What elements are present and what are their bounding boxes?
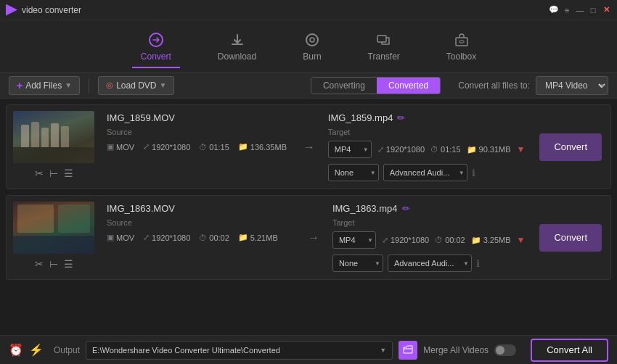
svg-rect-5	[459, 41, 464, 43]
target-warning-icon-1[interactable]: ▼	[517, 144, 526, 154]
nav-bar: Convert Download Burn Transfer	[0, 20, 617, 73]
audio-preset-select-2[interactable]: None	[332, 255, 383, 272]
tab-converting[interactable]: Converting	[311, 78, 377, 94]
nav-item-toolbox[interactable]: Toolbox	[438, 25, 485, 67]
add-files-button[interactable]: + Add Files ▼	[9, 76, 80, 95]
nav-item-download[interactable]: Download	[209, 25, 265, 67]
file-card-1: ✂ ⊢ ☰ IMG_1859.MOV Source ▣ MOV ⤢ 1920*1…	[6, 104, 611, 189]
source-duration-1: ⏱ 01:15	[199, 143, 229, 152]
target-warning-icon-2[interactable]: ▼	[517, 235, 526, 245]
audio-advanced-select-2[interactable]: Advanced Audi...	[388, 255, 472, 272]
edit-icon-2[interactable]: ✏	[402, 203, 410, 214]
dvd-icon: ◎	[106, 80, 113, 90]
nav-item-transfer[interactable]: Transfer	[359, 25, 409, 67]
target-size-2: 📁 3.25MB	[471, 236, 511, 245]
toolbar: + Add Files ▼ ◎ Load DVD ▼ Converting Co…	[0, 73, 617, 99]
convert-button-1[interactable]: Convert	[539, 133, 602, 161]
audio-row-2: None Advanced Audi... ℹ	[332, 255, 526, 272]
effects-icon-2[interactable]: ☰	[64, 258, 73, 270]
arrow-1: →	[296, 105, 322, 189]
title-bar-controls: 💬 ≡ — □ ✕	[549, 5, 611, 15]
target-filename-2: IMG_1863.mp4	[332, 203, 398, 214]
target-label-1: Target	[328, 128, 526, 136]
clock-icon-1: ⏱	[199, 143, 207, 152]
edit-icon-1[interactable]: ✏	[397, 112, 405, 123]
crop-icon-2[interactable]: ⊢	[49, 258, 58, 270]
output-path-wrap: E:\Wondershare Video Converter Ultimate\…	[86, 341, 393, 360]
nav-label-convert: Convert	[141, 51, 171, 62]
arrow-2: →	[301, 196, 327, 279]
nav-item-burn[interactable]: Burn	[294, 25, 330, 67]
thumb-section-2: ✂ ⊢ ☰	[7, 196, 101, 279]
target-section-2: IMG_1863.mp4 ✏ Target MP4 ⤢ 1920*1080 ⏱ …	[327, 196, 531, 279]
app-title: video converter	[22, 5, 81, 15]
format-select[interactable]: MP4 Video MKV Video AVI Video MOV Video	[536, 76, 608, 95]
open-folder-button[interactable]	[399, 341, 417, 360]
target-meta-row-2: MP4 ⤢ 1920*1080 ⏱ 00:02 📁 3.25MB ▼	[332, 231, 526, 249]
source-meta-2: ▣ MOV ⤢ 1920*1080 ⏱ 00:02 📁 5.21MB	[107, 233, 295, 242]
svg-rect-4	[456, 38, 467, 46]
cut-icon-1[interactable]: ✂	[35, 167, 44, 179]
nav-label-toolbox: Toolbox	[446, 51, 476, 62]
source-size-1: 📁 136.35MB	[238, 142, 287, 152]
target-duration-1: ⏱ 01:15	[430, 145, 461, 154]
merge-toggle[interactable]	[494, 344, 516, 356]
convert-btn-section-2: Convert	[531, 196, 610, 279]
chat-icon[interactable]: 💬	[549, 5, 559, 15]
convert-nav-icon	[147, 31, 165, 49]
close-button[interactable]: ✕	[601, 5, 611, 15]
convert-all-button[interactable]: Convert All	[531, 339, 608, 362]
target-size-1: 📁 90.31MB	[467, 145, 511, 154]
maximize-button[interactable]: □	[588, 5, 598, 15]
thumb-icons-1: ✂ ⊢ ☰	[35, 167, 73, 179]
target-resolution-2: ⤢ 1920*1080	[382, 236, 429, 245]
load-dvd-button[interactable]: ◎ Load DVD ▼	[98, 76, 174, 95]
audio-advanced-wrap-1: Advanced Audi...	[383, 164, 467, 181]
source-label-1: Source	[107, 128, 290, 136]
thumb-icons-2: ✂ ⊢ ☰	[35, 258, 73, 270]
minimize-button[interactable]: —	[575, 5, 585, 15]
thumbnail-1	[13, 111, 94, 163]
audio-row-1: None Advanced Audi... ℹ	[328, 164, 526, 181]
convert-button-2[interactable]: Convert	[539, 224, 602, 252]
source-meta-1: ▣ MOV ⤢ 1920*1080 ⏱ 01:15 📁 136.35MB	[107, 142, 290, 152]
title-bar: video converter 💬 ≡ — □ ✕	[0, 0, 617, 20]
plus-icon: +	[17, 80, 23, 91]
target-name-row-2: IMG_1863.mp4 ✏	[332, 203, 526, 214]
menu-icon[interactable]: ≡	[562, 5, 572, 15]
crop-icon-1[interactable]: ⊢	[49, 167, 58, 179]
info-icon-2[interactable]: ℹ	[476, 258, 480, 269]
effects-icon-1[interactable]: ☰	[64, 167, 73, 179]
file-card-2: ✂ ⊢ ☰ IMG_1863.MOV Source ▣ MOV ⤢ 1920*1…	[6, 195, 611, 280]
target-format-wrap-1: MP4	[328, 141, 372, 158]
target-filename-1: IMG_1859.mp4	[328, 112, 393, 123]
target-format-wrap-2: MP4	[332, 231, 376, 249]
tab-converted[interactable]: Converted	[377, 78, 440, 94]
bolt-icon[interactable]: ⚡	[29, 343, 44, 357]
source-resolution-2: ⤢ 1920*1080	[143, 233, 190, 242]
audio-advanced-select-1[interactable]: Advanced Audi...	[383, 164, 467, 181]
toolbox-nav-icon	[453, 31, 470, 49]
path-dropdown-arrow: ▼	[380, 347, 386, 354]
nav-item-convert[interactable]: Convert	[132, 25, 180, 67]
film-icon-1: ▣	[107, 142, 114, 152]
transfer-nav-icon	[375, 31, 393, 49]
thumb-section-1: ✂ ⊢ ☰	[7, 105, 101, 189]
target-format-select-1[interactable]: MP4	[328, 141, 372, 158]
audio-preset-select-1[interactable]: None	[328, 164, 379, 181]
info-icon-1[interactable]: ℹ	[472, 167, 475, 178]
target-duration-2: ⏱ 00:02	[435, 236, 465, 244]
format-dropdown-wrap: MP4 Video MKV Video AVI Video MOV Video	[536, 76, 608, 95]
target-section-1: IMG_1859.mp4 ✏ Target MP4 ⤢ 1920*1080 ⏱ …	[322, 105, 531, 189]
clock-bottom-icon[interactable]: ⏰	[9, 343, 23, 357]
bottom-bar: ⏰ ⚡ Output E:\Wondershare Video Converte…	[0, 335, 617, 364]
target-label-2: Target	[332, 218, 526, 227]
audio-preset-wrap-1: None	[328, 164, 379, 181]
convert-btn-section-1: Convert	[531, 105, 610, 189]
cut-icon-2[interactable]: ✂	[35, 258, 44, 270]
target-format-select-2[interactable]: MP4	[332, 231, 376, 249]
source-format-1: ▣ MOV	[107, 142, 134, 152]
merge-label: Merge All Videos	[423, 345, 489, 355]
tab-group: Converting Converted	[311, 77, 441, 94]
source-label-2: Source	[107, 218, 295, 227]
